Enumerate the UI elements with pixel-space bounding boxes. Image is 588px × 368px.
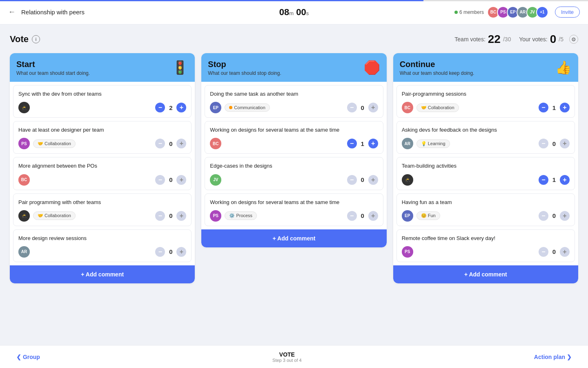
card-bottom: AR💡 Learning−0+: [402, 138, 570, 149]
vote-title: Vote i: [10, 34, 40, 45]
card: Remote coffee time on Slack every day!PS…: [396, 229, 575, 262]
card-bottom: BC🤝 Collaboration−1+: [402, 102, 570, 113]
vote-plus-button[interactable]: +: [176, 175, 186, 185]
vote-minus-button: −: [539, 139, 548, 148]
vote-plus-button[interactable]: +: [560, 103, 570, 112]
card-vote-controls: −0+: [539, 247, 570, 257]
card-avatar: AR: [402, 138, 413, 149]
member-avatar: +1: [536, 6, 548, 18]
card-title: Doing the same task as another team: [210, 90, 378, 98]
column-start-header: Start What our team should start doing. …: [10, 53, 195, 82]
card: Edge-cases in the designsJV−0+: [205, 157, 383, 190]
card-bottom: BC−0+: [18, 174, 186, 186]
back-button[interactable]: ←: [8, 8, 16, 16]
card-bottom: PS⚙️ Process−0+: [210, 210, 378, 222]
vote-minus-button[interactable]: −: [539, 175, 548, 185]
card-tag: 🤝 Collaboration: [33, 211, 76, 220]
card-bottom: JV−0+: [210, 174, 378, 186]
card-avatar: BC: [210, 138, 221, 149]
action-plan-nav-button[interactable]: Action plan ❯: [534, 354, 572, 360]
add-comment-button-start[interactable]: + Add comment: [10, 265, 195, 283]
columns-container: Start What our team should start doing. …: [10, 53, 578, 283]
vote-plus-button[interactable]: +: [176, 247, 186, 257]
card: Working on designs for several teams at …: [205, 121, 383, 154]
topnav: ← Relationship with peers 08m 00s 6 memb…: [0, 0, 588, 25]
column-stop-cards: Doing the same task as another teamEPCom…: [201, 82, 386, 229]
card-left: BC: [210, 138, 221, 149]
card-left: EPCommunication: [210, 102, 270, 113]
column-continue-cards: Pair-programming sessionsBC🤝 Collaborati…: [393, 82, 578, 265]
members-label: 6 members: [454, 9, 484, 15]
card-avatar: 🥷: [402, 174, 413, 186]
vote-plus-button[interactable]: +: [368, 103, 378, 112]
add-comment-button-continue[interactable]: + Add comment: [393, 265, 578, 283]
card-left: 🥷🤝 Collaboration: [18, 210, 76, 222]
vote-plus-button[interactable]: +: [560, 247, 570, 257]
vote-plus-button[interactable]: +: [560, 139, 570, 148]
column-title: Start: [16, 60, 90, 69]
vote-minus-button: −: [539, 211, 548, 221]
card-bottom: 🥷🤝 Collaboration−0+: [18, 210, 186, 222]
card-vote-controls: −1+: [539, 103, 570, 112]
vote-count: 0: [359, 176, 366, 183]
vote-header: Vote i Team votes: 22 /30 Your votes: 0 …: [10, 33, 578, 46]
card-title: Remote coffee time on Slack every day!: [402, 235, 570, 242]
vote-plus-button[interactable]: +: [176, 211, 186, 221]
vote-plus-button[interactable]: +: [560, 175, 570, 185]
vote-count: 1: [551, 104, 557, 111]
card-vote-controls: −0+: [155, 211, 186, 221]
column-start-cards: Sync with the dev from other teams🥷−2+Ha…: [10, 82, 195, 265]
card: Pair-programming sessionsBC🤝 Collaborati…: [396, 85, 575, 118]
card-title: Team-building activities: [402, 162, 570, 170]
card-avatar: PS: [210, 210, 221, 222]
card-left: PS⚙️ Process: [210, 210, 257, 222]
vote-minus-button[interactable]: −: [539, 103, 548, 112]
vote-minus-button[interactable]: −: [155, 103, 165, 112]
card-bottom: AR−0+: [18, 246, 186, 258]
online-dot: [454, 11, 458, 14]
card-tag: ⚙️ Process: [225, 211, 257, 220]
card-avatar: 🥷: [18, 210, 30, 222]
card-vote-controls: −0+: [347, 103, 378, 112]
add-comment-button-stop[interactable]: + Add comment: [201, 229, 386, 247]
vote-minus-button[interactable]: −: [347, 139, 357, 148]
info-icon[interactable]: i: [32, 35, 40, 43]
card-title: Having fun as a team: [402, 199, 570, 206]
group-nav-button[interactable]: ❮ Group: [16, 354, 40, 360]
card-bottom: EP😊 Fun−0+: [402, 210, 570, 222]
card-title: Edge-cases in the designs: [210, 162, 378, 170]
topnav-title: Relationship with peers: [21, 9, 85, 16]
card-avatar: 🥷: [18, 102, 30, 113]
card-vote-controls: −0+: [155, 247, 186, 257]
timer: 08m 00s: [279, 7, 309, 18]
card-vote-controls: −1+: [347, 139, 378, 148]
column-header-text: Continue What our team should keep doing…: [400, 60, 474, 76]
column-title: Continue: [400, 60, 474, 69]
card-bottom: PS−0+: [402, 246, 570, 258]
column-continue: Continue What our team should keep doing…: [393, 53, 578, 283]
vote-count: 1: [551, 176, 557, 183]
main-content: Vote i Team votes: 22 /30 Your votes: 0 …: [0, 25, 588, 292]
card-title: Pair-programming sessions: [402, 90, 570, 98]
settings-icon[interactable]: ⚙: [569, 35, 578, 44]
vote-count: 0: [359, 104, 366, 111]
vote-count: 0: [551, 248, 557, 255]
card: Doing the same task as another teamEPCom…: [205, 85, 383, 118]
card-avatar: PS: [18, 138, 30, 149]
invite-button[interactable]: Invite: [555, 7, 580, 18]
card-left: AR: [18, 246, 30, 258]
vote-count: 0: [359, 212, 366, 219]
vote-plus-button[interactable]: +: [176, 103, 186, 112]
vote-plus-button[interactable]: +: [368, 211, 378, 221]
vote-stats: Team votes: 22 /30 Your votes: 0 /5 ⚙: [454, 33, 578, 46]
vote-plus-button[interactable]: +: [368, 139, 378, 148]
card-title: More alignment between the POs: [18, 162, 186, 170]
card: Team-building activities🥷−1+: [396, 157, 575, 190]
card-bottom: BC−1+: [210, 138, 378, 149]
column-stop: Stop What our team should stop doing. 🛑 …: [201, 53, 386, 247]
vote-plus-button[interactable]: +: [176, 139, 186, 148]
bottom-nav: ❮ Group VOTE Step 3 out of 4 Action plan…: [0, 345, 588, 368]
vote-plus-button[interactable]: +: [368, 175, 378, 185]
vote-plus-button[interactable]: +: [560, 211, 570, 221]
card-tag: 😊 Fun: [416, 211, 440, 220]
